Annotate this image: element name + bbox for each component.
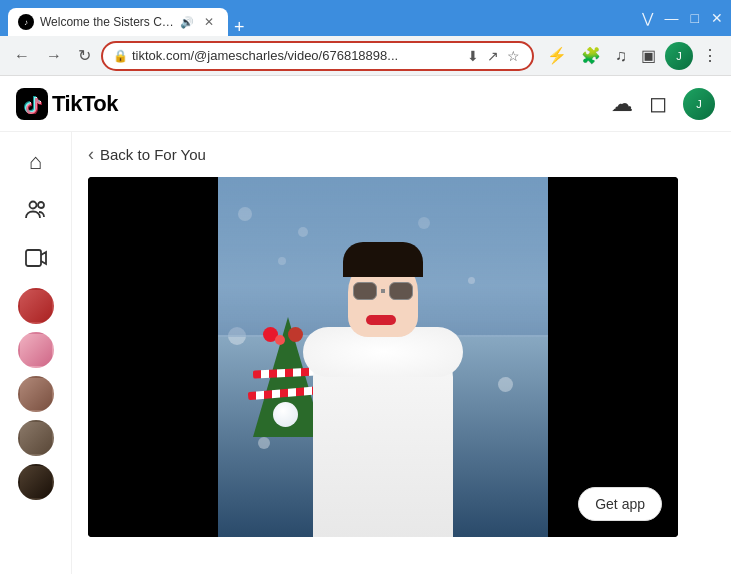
new-tab-button[interactable]: + [228,18,251,36]
message-icon[interactable]: ◻ [649,91,667,117]
more-menu-button[interactable]: ⋮ [697,42,723,69]
window-expand-icon[interactable]: ⋁ [642,10,653,26]
address-bar[interactable]: 🔒 ⬇ ↗ ☆ [101,41,534,71]
video-area: Get app [72,177,731,537]
browser-toolbar: ← → ↻ 🔒 ⬇ ↗ ☆ ⚡ 🧩 ♫ ▣ J ⋮ [0,36,731,76]
sidebar-item-videos[interactable] [14,236,58,280]
sidebar-avatar-2[interactable] [18,332,54,368]
header-right: ☁ ◻ J [611,88,715,120]
window-close-button[interactable]: ✕ [711,10,723,26]
get-app-button[interactable]: Get app [578,487,662,521]
svg-point-0 [29,202,36,209]
window-maximize-button[interactable]: □ [691,10,699,26]
tiktok-main: ⌂ ‹ Back to For You [0,132,731,574]
person-figure [293,277,473,537]
bookmark-button[interactable]: ☆ [505,46,522,66]
bokeh-7 [498,377,513,392]
music-button[interactable]: ♫ [610,43,632,69]
sidebar-avatar-1[interactable] [18,288,54,324]
tab-area: ♪ Welcome the Sisters Chris 🔊 ✕ + [8,0,638,36]
download-button[interactable]: ⬇ [465,46,481,66]
back-link[interactable]: ‹ Back to For You [72,132,731,177]
tiktok-header: TikTok ☁ ◻ J [0,76,731,132]
window-controls: ⋁ — □ ✕ [642,10,723,26]
url-input[interactable] [132,48,465,63]
sidebar-avatar-5[interactable] [18,464,54,500]
tiktok-logo[interactable]: TikTok [16,88,118,120]
tab-title: Welcome the Sisters Chris [40,15,174,29]
sidebar-avatar-4[interactable] [18,420,54,456]
video-scene [218,177,548,537]
face [348,257,418,337]
back-button[interactable]: ← [8,43,36,69]
video-player[interactable]: Get app [88,177,678,537]
lock-icon: 🔒 [113,49,128,63]
sidebar: ⌂ [0,132,72,574]
sidebar-item-home[interactable]: ⌂ [14,140,58,184]
user-avatar[interactable]: J [683,88,715,120]
svg-rect-2 [26,250,41,266]
lips [366,315,396,325]
tab-close-button[interactable]: ✕ [200,13,218,31]
profile-avatar-button[interactable]: J [665,42,693,70]
video-left-letterbox [88,177,218,537]
split-button[interactable]: ▣ [636,42,661,69]
reload-button[interactable]: ↻ [72,42,97,69]
extensions-button[interactable]: ⚡ [542,42,572,69]
svg-point-1 [38,202,44,208]
address-actions: ⬇ ↗ ☆ [465,46,522,66]
tab-favicon: ♪ [18,14,34,30]
tiktok-logo-text: TikTok [52,91,118,117]
toolbar-right: ⚡ 🧩 ♫ ▣ J ⋮ [542,42,723,70]
puzzle-button[interactable]: 🧩 [576,42,606,69]
sidebar-item-friends[interactable] [14,188,58,232]
video-right-letterbox [548,177,678,537]
sunglasses [353,282,413,302]
upload-icon[interactable]: ☁ [611,91,633,117]
share-button[interactable]: ↗ [485,46,501,66]
sidebar-avatar-3[interactable] [18,376,54,412]
forward-button[interactable]: → [40,43,68,69]
browser-titlebar: ♪ Welcome the Sisters Chris 🔊 ✕ + ⋁ — □ … [0,0,731,36]
active-tab[interactable]: ♪ Welcome the Sisters Chris 🔊 ✕ [8,8,228,36]
hair [343,242,423,277]
window-minimize-button[interactable]: — [665,10,679,26]
tiktok-logo-icon [16,88,48,120]
back-arrow-icon: ‹ [88,144,94,165]
back-link-text: Back to For You [100,146,206,163]
tab-mute-icon[interactable]: 🔊 [180,16,194,29]
content-area: ‹ Back to For You [72,132,731,574]
